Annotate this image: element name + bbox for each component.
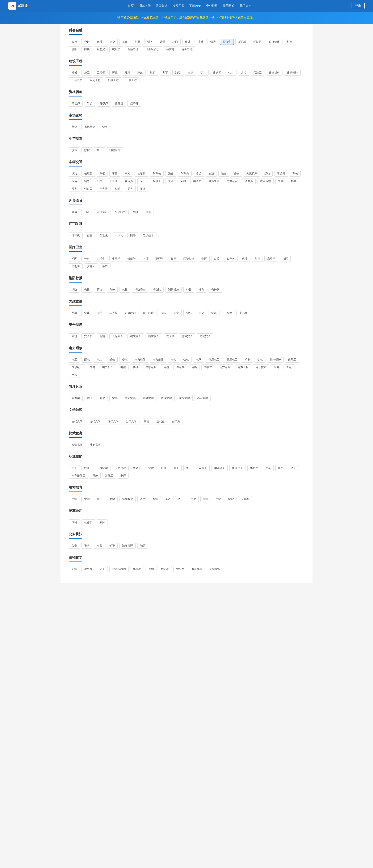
tag-0-16[interactable]: 柜台 bbox=[284, 39, 295, 45]
tag-7-1[interactable]: 信息 bbox=[84, 232, 95, 238]
tag-8-4[interactable]: 解剖学 bbox=[125, 256, 138, 262]
tag-0-2[interactable]: 金融 bbox=[94, 39, 105, 45]
tag-11-6[interactable]: 安全法 bbox=[164, 333, 177, 339]
tag-17-7[interactable]: 英语 bbox=[163, 496, 173, 502]
tag-9-6[interactable]: 消防队 bbox=[150, 287, 164, 292]
tag-0-14[interactable]: 经济法 bbox=[251, 39, 264, 45]
tag-20-9[interactable]: 化学检验工 bbox=[207, 566, 226, 572]
tag-19-2[interactable]: 交警 bbox=[94, 543, 105, 549]
tag-14-0[interactable]: 古代文学 bbox=[69, 418, 85, 425]
tag-1-5[interactable]: 建筑 bbox=[135, 70, 145, 76]
tag-5-24[interactable]: 管道 bbox=[165, 178, 176, 184]
tag-8-2[interactable]: 心理学 bbox=[94, 256, 108, 262]
tag-0-1[interactable]: 会计 bbox=[81, 39, 93, 45]
tag-16-12[interactable]: 维护员 bbox=[247, 465, 261, 471]
tag-5-12[interactable]: 探伤 bbox=[231, 171, 242, 177]
tag-5-16[interactable]: 车长 bbox=[290, 171, 301, 177]
tag-12-14[interactable]: 继电保护 bbox=[267, 357, 283, 363]
tag-0-20[interactable]: 统计学 bbox=[109, 46, 123, 52]
tag-5-29[interactable]: 调度员 bbox=[242, 178, 256, 184]
tag-0-6[interactable]: 财务 bbox=[144, 39, 156, 45]
tag-1-19[interactable]: 机械工程 bbox=[105, 78, 122, 83]
tag-0-18[interactable]: 财税 bbox=[81, 46, 93, 52]
tag-16-17[interactable]: 司炉 bbox=[90, 473, 101, 479]
tag-8-17[interactable]: 营养师 bbox=[84, 264, 98, 269]
tag-5-32[interactable]: 桥梁 bbox=[288, 178, 299, 184]
tag-6-3[interactable]: 外语听力 bbox=[112, 209, 129, 215]
tag-10-11[interactable]: 十八大 bbox=[221, 310, 235, 316]
tag-10-9[interactable]: 党史 bbox=[196, 310, 207, 316]
tag-3-0[interactable]: 营销 bbox=[69, 124, 80, 130]
tag-0-23[interactable]: 经济师 bbox=[164, 46, 177, 52]
tag-11-8[interactable]: 消防安全 bbox=[197, 333, 213, 339]
tag-16-9[interactable]: 电焊工 bbox=[196, 465, 210, 471]
tag-6-0[interactable]: 外语 bbox=[69, 209, 80, 215]
tag-8-0[interactable]: 护理 bbox=[69, 256, 80, 262]
tag-18-1[interactable]: 公务员 bbox=[81, 520, 95, 525]
tag-1-13[interactable]: 井控 bbox=[238, 70, 249, 76]
tag-17-8[interactable]: 政治 bbox=[175, 496, 186, 502]
tag-10-7[interactable]: 党章 bbox=[171, 310, 182, 316]
tag-12-12[interactable]: 输电 bbox=[242, 357, 253, 363]
tag-0-12[interactable]: 经济学 bbox=[220, 39, 234, 45]
tag-3-1[interactable]: 市场营销 bbox=[81, 124, 98, 130]
tag-1-16[interactable]: 建筑设计 bbox=[284, 70, 301, 76]
tag-16-11[interactable]: 机修钳工 bbox=[229, 465, 246, 471]
tag-13-7[interactable]: 财务管理 bbox=[176, 395, 193, 401]
tag-9-3[interactable]: 救护 bbox=[107, 287, 117, 292]
tag-0-17[interactable]: 贷款 bbox=[69, 46, 80, 52]
tag-5-35[interactable]: 车务段 bbox=[97, 186, 110, 192]
tag-5-21[interactable]: 客运员 bbox=[122, 178, 136, 184]
tag-12-26[interactable]: 南方电网 bbox=[217, 364, 233, 370]
tag-1-7[interactable]: 井下 bbox=[160, 70, 171, 76]
tag-5-5[interactable]: 检车员 bbox=[135, 171, 148, 177]
tag-16-3[interactable]: 人力资源 bbox=[112, 465, 129, 471]
tag-5-11[interactable]: 铁道 bbox=[218, 171, 229, 177]
tag-5-8[interactable]: 列车员 bbox=[178, 171, 192, 177]
tag-8-1[interactable]: 外科 bbox=[81, 256, 93, 262]
tag-10-8[interactable]: 党纪 bbox=[183, 310, 194, 316]
tag-12-19[interactable]: 电信 bbox=[117, 364, 129, 370]
tag-18-2[interactable]: 教师 bbox=[97, 520, 108, 525]
tag-11-2[interactable]: 规范 bbox=[97, 333, 108, 339]
tag-12-13[interactable]: 机电 bbox=[255, 357, 266, 363]
tag-14-5[interactable]: 近代史 bbox=[154, 418, 167, 425]
tag-5-37[interactable]: 鹿务 bbox=[125, 186, 136, 192]
nav-item-1[interactable]: 测试上传 bbox=[139, 4, 150, 8]
tag-5-3[interactable]: 客运 bbox=[109, 171, 120, 177]
tag-14-3[interactable]: 当代文学 bbox=[123, 418, 139, 425]
tag-5-26[interactable]: 检查员 bbox=[191, 178, 204, 184]
tag-14-4[interactable]: 历史 bbox=[141, 418, 152, 425]
tag-16-14[interactable]: 塔吊 bbox=[275, 465, 286, 471]
tag-2-0[interactable]: 茶艺师 bbox=[69, 101, 82, 106]
tag-14-6[interactable]: 古代史 bbox=[169, 418, 183, 425]
tag-0-4[interactable]: 基金 bbox=[119, 39, 130, 45]
tag-16-8[interactable]: 青工 bbox=[183, 465, 194, 471]
tag-0-13[interactable]: 反洗钱 bbox=[235, 39, 249, 45]
tag-5-30[interactable]: 铁路运输 bbox=[257, 178, 274, 184]
tag-5-0[interactable]: 铁路 bbox=[69, 171, 80, 177]
tag-6-1[interactable]: 日语 bbox=[81, 209, 93, 215]
tag-9-0[interactable]: 消防 bbox=[69, 287, 80, 292]
tag-15-0[interactable]: 知识竞赛 bbox=[69, 442, 85, 448]
tag-11-0[interactable]: 安规 bbox=[69, 333, 80, 339]
tag-1-0[interactable]: 机械 bbox=[69, 70, 80, 76]
tag-16-18[interactable]: 装配工 bbox=[102, 473, 116, 479]
tag-12-2[interactable]: 电力 bbox=[94, 357, 105, 363]
tag-18-0[interactable]: 招聘 bbox=[69, 520, 80, 525]
tag-12-11[interactable]: 高压电工 bbox=[224, 357, 240, 363]
tag-1-11[interactable]: 建造师 bbox=[210, 70, 224, 76]
tag-0-10[interactable]: 理财 bbox=[195, 39, 206, 45]
tag-0-9[interactable]: 审计 bbox=[182, 39, 193, 45]
tag-8-16[interactable]: 药剂学 bbox=[69, 264, 82, 269]
tag-16-15[interactable]: 铣工 bbox=[288, 465, 299, 471]
tag-12-0[interactable]: 电工 bbox=[69, 357, 80, 363]
tag-12-28[interactable]: 电子技术 bbox=[253, 364, 269, 370]
tag-10-12[interactable]: 十九大 bbox=[236, 310, 250, 316]
tag-9-7[interactable]: 消防设施 bbox=[165, 287, 182, 292]
tag-1-20[interactable]: 土木工程 bbox=[123, 78, 139, 83]
tag-7-2[interactable]: 自动化 bbox=[97, 232, 110, 238]
tag-5-20[interactable]: 工务段 bbox=[107, 178, 120, 184]
tag-0-22[interactable]: 计量经济学 bbox=[143, 46, 162, 52]
tag-5-1[interactable]: 值班员 bbox=[81, 171, 95, 177]
